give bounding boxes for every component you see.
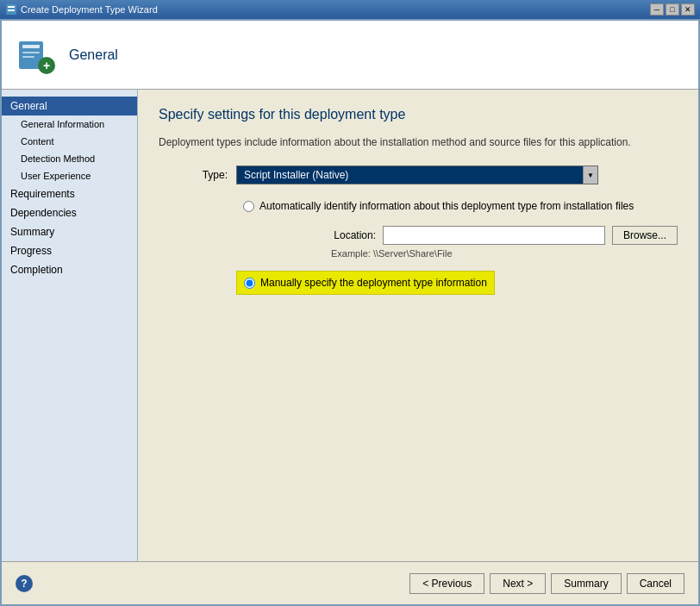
sidebar-item-summary[interactable]: Summary bbox=[2, 222, 137, 241]
location-label: Location: bbox=[331, 229, 376, 241]
footer-buttons: < Previous Next > Summary Cancel bbox=[409, 573, 684, 594]
manual-radio-row: Manually specify the deployment type inf… bbox=[159, 271, 678, 298]
svg-rect-6 bbox=[22, 56, 34, 58]
next-button[interactable]: Next > bbox=[490, 573, 546, 594]
sidebar-item-general-information[interactable]: General Information bbox=[2, 116, 137, 133]
sidebar-item-completion[interactable]: Completion bbox=[2, 260, 137, 279]
app-icon bbox=[5, 3, 17, 16]
auto-radio-text: Automatically identify information about… bbox=[259, 200, 634, 212]
sidebar-item-detection-method[interactable]: Detection Method bbox=[2, 150, 137, 167]
svg-text:+: + bbox=[43, 59, 50, 72]
location-input[interactable] bbox=[383, 226, 605, 245]
svg-rect-5 bbox=[22, 52, 40, 53]
maximize-button[interactable]: □ bbox=[666, 3, 679, 16]
type-label: Type: bbox=[159, 169, 228, 181]
wizard-footer: ? < Previous Next > Summary Cancel bbox=[2, 561, 698, 604]
title-bar-left: Create Deployment Type Wizard bbox=[5, 3, 158, 16]
location-example: Example: \\Server\Share\File bbox=[331, 248, 678, 259]
wizard-header: + General bbox=[2, 21, 698, 90]
svg-rect-1 bbox=[8, 6, 15, 8]
manual-radio-text: Manually specify the deployment type inf… bbox=[260, 277, 487, 289]
type-row: Type: Script Installer (Native)Windows I… bbox=[159, 166, 678, 184]
content-title: Specify settings for this deployment typ… bbox=[159, 107, 678, 122]
minimize-button[interactable]: ─ bbox=[650, 3, 664, 16]
content-area: Specify settings for this deployment typ… bbox=[138, 90, 698, 561]
wizard-header-icon: + bbox=[16, 34, 57, 76]
sidebar-item-progress[interactable]: Progress bbox=[2, 241, 137, 260]
auto-radio-input[interactable] bbox=[243, 201, 254, 212]
manual-radio-input[interactable] bbox=[244, 278, 255, 289]
radio-group: Automatically identify information about… bbox=[159, 195, 678, 298]
sidebar-item-requirements[interactable]: Requirements bbox=[2, 184, 137, 203]
wizard-window: + General GeneralGeneral InformationCont… bbox=[0, 19, 700, 606]
location-row: Location: Browse... bbox=[331, 226, 678, 245]
auto-radio-row: Automatically identify information about… bbox=[159, 195, 678, 221]
close-button[interactable]: ✕ bbox=[681, 3, 695, 16]
manual-radio-label[interactable]: Manually specify the deployment type inf… bbox=[236, 271, 495, 295]
content-description: Deployment types include information abo… bbox=[159, 136, 678, 148]
deployment-icon: + bbox=[16, 34, 57, 76]
type-select[interactable]: Script Installer (Native)Windows Install… bbox=[236, 166, 598, 184]
title-bar-label: Create Deployment Type Wizard bbox=[21, 4, 158, 15]
svg-rect-2 bbox=[8, 9, 15, 11]
sidebar-item-content[interactable]: Content bbox=[2, 133, 137, 150]
title-bar: Create Deployment Type Wizard ─ □ ✕ bbox=[0, 0, 700, 19]
browse-button[interactable]: Browse... bbox=[612, 226, 678, 245]
sidebar-item-user-experience[interactable]: User Experience bbox=[2, 167, 137, 184]
sidebar-item-general[interactable]: General bbox=[2, 97, 137, 116]
summary-button[interactable]: Summary bbox=[551, 573, 621, 594]
wizard-header-title: General bbox=[69, 47, 118, 63]
sidebar-item-dependencies[interactable]: Dependencies bbox=[2, 203, 137, 222]
sidebar: GeneralGeneral InformationContentDetecti… bbox=[2, 90, 138, 561]
footer-left: ? bbox=[16, 575, 33, 592]
auto-radio-label[interactable]: Automatically identify information about… bbox=[236, 195, 641, 217]
wizard-body: GeneralGeneral InformationContentDetecti… bbox=[2, 90, 698, 561]
svg-rect-4 bbox=[22, 45, 40, 48]
cancel-button[interactable]: Cancel bbox=[627, 573, 684, 594]
type-select-wrapper[interactable]: Script Installer (Native)Windows Install… bbox=[236, 166, 598, 184]
previous-button[interactable]: < Previous bbox=[409, 573, 484, 594]
title-bar-controls: ─ □ ✕ bbox=[650, 3, 695, 16]
help-button[interactable]: ? bbox=[16, 575, 33, 592]
